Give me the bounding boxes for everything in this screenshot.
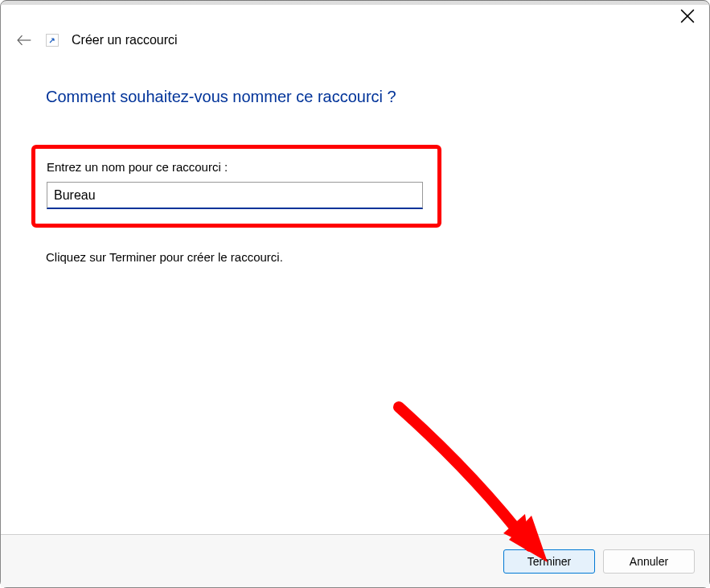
wizard-title: Créer un raccourci: [72, 33, 178, 47]
highlight-annotation: Entrez un nom pour ce raccourci :: [31, 145, 441, 228]
window-top-edge: [2, 0, 708, 5]
page-heading: Comment souhaitez-vous nommer ce raccour…: [46, 88, 664, 106]
arrow-left-icon: [16, 32, 32, 48]
shortcut-name-input[interactable]: [47, 182, 423, 209]
shortcut-arrow-icon: [46, 34, 59, 47]
back-button[interactable]: [15, 31, 33, 49]
wizard-content: Comment souhaitez-vous nommer ce raccour…: [1, 49, 709, 534]
close-icon: [680, 9, 695, 23]
wizard-header: Créer un raccourci: [1, 31, 709, 49]
cancel-button[interactable]: Annuler: [603, 549, 695, 574]
help-text: Cliquez sur Terminer pour créer le racco…: [46, 250, 664, 264]
wizard-window: Créer un raccourci Comment souhaitez-vou…: [0, 0, 710, 588]
finish-button[interactable]: Terminer: [503, 549, 595, 574]
close-button[interactable]: [680, 9, 695, 23]
wizard-footer: Terminer Annuler: [1, 534, 709, 587]
name-label: Entrez un nom pour ce raccourci :: [47, 160, 426, 174]
titlebar: [1, 1, 709, 31]
